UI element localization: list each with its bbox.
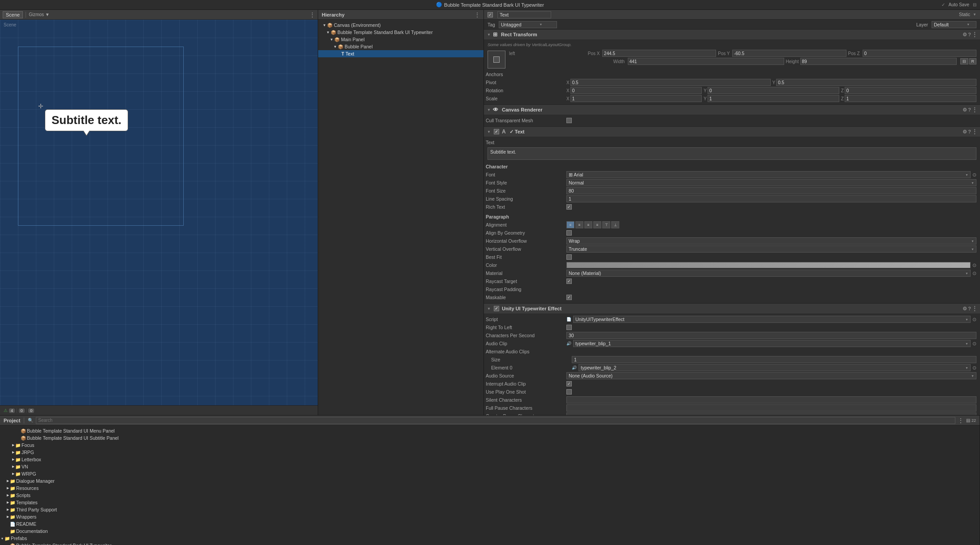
hierarchy-menu-btn[interactable]: ⋮ <box>475 12 480 18</box>
align-justify-icon[interactable]: ≡ <box>593 221 601 228</box>
align-center-icon[interactable]: ≡ <box>575 221 583 228</box>
text-menu-icon[interactable]: ⋮ <box>972 129 977 135</box>
rotation-y[interactable]: 0 <box>708 87 839 94</box>
line-spacing-field[interactable]: 1 <box>566 195 976 202</box>
tree-item-menu-panel[interactable]: 📦 Bubble Template Standard UI Menu Panel <box>0 427 980 434</box>
tree-item-letterbox[interactable]: ▶ 📁 Letterbox <box>0 456 980 463</box>
project-menu-btn[interactable]: ⋮ <box>958 417 963 424</box>
scale-y[interactable]: 1 <box>708 95 839 102</box>
pivot-y[interactable]: 0.5 <box>776 79 976 86</box>
tree-item-focus[interactable]: ▶ 📁 Focus <box>0 442 980 449</box>
silent-chars-field[interactable] <box>566 396 976 403</box>
best-fit-checkbox[interactable] <box>566 254 572 260</box>
tree-item-subtitle-panel[interactable]: 📦 Bubble Template Standard UI Subtitle P… <box>0 434 980 442</box>
color-picker-icon[interactable]: ⊙ <box>972 262 976 268</box>
rect-menu-icon[interactable]: ⋮ <box>972 31 977 38</box>
height-field[interactable]: 89 <box>800 58 957 65</box>
tree-item-third-party[interactable]: ▶ 📁 Third Party Support <box>0 506 980 513</box>
scene-tab[interactable]: Scene <box>3 11 23 18</box>
hierarchy-item-mainpanel[interactable]: ▼ 📦 Main Panel <box>318 36 484 43</box>
scene-menu-btn[interactable]: ⋮ <box>310 12 315 18</box>
text-content-area[interactable]: Subtitle text. <box>488 147 976 160</box>
script-picker-icon[interactable]: ⊙ <box>972 317 976 322</box>
align-middle-icon[interactable]: ⊥ <box>611 221 619 228</box>
align-by-geometry-checkbox[interactable] <box>566 230 572 236</box>
typewriter-header[interactable]: ▼ ✓ Unity UI Typewriter Effect ⚙ ? ⋮ <box>484 304 980 313</box>
canvas-renderer-header[interactable]: ▼ 👁 Canvas Renderer ⚙ ? ⋮ <box>484 105 980 115</box>
hierarchy-item-bubblepanel[interactable]: ▼ 📦 Bubble Panel <box>318 43 484 50</box>
font-picker-icon[interactable]: ⊙ <box>972 172 976 178</box>
audio-clip-picker-icon[interactable]: ⊙ <box>972 341 976 347</box>
pivot-x[interactable]: 0.5 <box>570 79 771 86</box>
tree-item-scripts[interactable]: ▶ 📁 Scripts <box>0 492 980 499</box>
tree-item-dialogue-manager[interactable]: ▶ 📁 Dialogue Manager <box>0 477 980 485</box>
align-left-icon[interactable]: ≡ <box>566 221 574 228</box>
posY-field[interactable]: -60.5 <box>732 50 846 57</box>
gizmo-options[interactable]: Gizmos ▼ <box>29 12 50 17</box>
r-btn[interactable]: R <box>969 58 977 64</box>
audio-source-field[interactable]: None (Audio Source) <box>566 372 976 379</box>
tree-item-wrpg[interactable]: ▶ 📁 WRPG <box>0 470 980 477</box>
tree-item-vn[interactable]: ▶ 📁 VN <box>0 463 980 470</box>
interrupt-audio-checkbox[interactable]: ✓ <box>566 381 572 386</box>
typewriter-settings-icon[interactable]: ⚙ <box>963 306 967 312</box>
alt-audio-size-field[interactable]: 1 <box>572 356 976 363</box>
rect-settings-icon[interactable]: ⚙ <box>963 32 967 38</box>
vertical-overflow-dropdown[interactable]: Truncate <box>566 245 976 253</box>
horizontal-overflow-dropdown[interactable]: Wrap <box>566 237 976 245</box>
layer-dropdown[interactable]: Default <box>932 21 976 28</box>
tree-item-documentation[interactable]: 📁 Documentation <box>0 528 980 535</box>
chars-per-second-field[interactable]: 30 <box>566 332 976 339</box>
raycast-target-checkbox[interactable]: ✓ <box>566 279 572 284</box>
maskable-checkbox[interactable]: ✓ <box>566 295 572 300</box>
typewriter-menu-icon[interactable]: ⋮ <box>972 305 977 312</box>
project-search-input[interactable] <box>36 417 955 424</box>
material-picker-icon[interactable]: ⊙ <box>972 270 976 276</box>
tree-item-templates[interactable]: ▶ 📁 Templates <box>0 499 980 506</box>
text-component-header[interactable]: ▼ ✓ A ✓ Text ⚙ ? ⋮ <box>484 127 980 137</box>
canvas-menu-icon[interactable]: ⋮ <box>972 107 977 113</box>
rotation-z[interactable]: 0 <box>845 87 976 94</box>
tree-item-resources[interactable]: ▶ 📁 Resources <box>0 485 980 492</box>
font-style-dropdown[interactable]: Normal <box>566 179 976 186</box>
hierarchy-item-typewriter[interactable]: ▼ 📦 Bubble Template Standard Bark UI Typ… <box>318 29 484 36</box>
rotation-x[interactable]: 0 <box>570 87 702 94</box>
rect-transform-icon[interactable] <box>488 51 505 69</box>
right-to-left-checkbox[interactable] <box>566 325 572 330</box>
audio-clip-field[interactable]: typewriter_blip_1 <box>573 340 971 347</box>
full-pause-chars-field[interactable] <box>566 404 976 412</box>
posZ-field[interactable]: 0 <box>863 50 976 57</box>
align-top-icon[interactable]: ⊤ <box>602 221 610 228</box>
text-enabled-checkbox[interactable]: ✓ <box>494 129 499 134</box>
hierarchy-item-text[interactable]: T Text <box>318 50 484 57</box>
tag-dropdown[interactable]: Untagged <box>499 21 557 28</box>
object-name-input[interactable] <box>497 11 551 18</box>
canvas-settings-icon[interactable]: ⚙ <box>963 107 967 113</box>
element0-field[interactable]: typewriter_blip_2 <box>579 364 971 371</box>
rect-question-icon[interactable]: ? <box>968 32 971 37</box>
static-dropdown[interactable]: ▼ <box>973 13 976 17</box>
font-field[interactable]: ⊞ Arial <box>566 171 971 178</box>
tree-item-wrappers[interactable]: ▶ 📁 Wrappers <box>0 513 980 520</box>
font-size-field[interactable]: 80 <box>566 187 976 194</box>
object-enabled-checkbox[interactable]: ✓ <box>488 12 493 17</box>
canvas-question-icon[interactable]: ? <box>968 107 971 112</box>
typewriter-question-icon[interactable]: ? <box>968 306 971 311</box>
tree-item-jrpg[interactable]: ▶ 📁 JRPG <box>0 449 980 456</box>
typewriter-enabled-checkbox[interactable]: ✓ <box>494 306 499 311</box>
posX-field[interactable]: 244.5 <box>602 50 716 57</box>
hierarchy-item-canvas[interactable]: ▼ 📦 Canvas (Environment) <box>318 21 484 29</box>
tree-item-typewriter-prefab[interactable]: 📦 Bubble Template Standard Bark UI Typew… <box>0 542 980 545</box>
blueprint-btn[interactable]: ⊟ <box>960 58 968 64</box>
scale-z[interactable]: 1 <box>845 95 976 102</box>
use-play-one-shot-checkbox[interactable] <box>566 389 572 395</box>
text-question-icon[interactable]: ? <box>968 129 971 134</box>
rich-text-checkbox[interactable]: ✓ <box>566 204 572 210</box>
width-field[interactable]: 441 <box>628 58 784 65</box>
align-right-icon[interactable]: ≡ <box>584 221 592 228</box>
element0-picker-icon[interactable]: ⊙ <box>972 365 976 371</box>
text-settings-icon[interactable]: ⚙ <box>963 129 967 135</box>
tree-item-prefabs[interactable]: ▼ 📁 Prefabs <box>0 535 980 542</box>
rect-transform-header[interactable]: ▼ ⊞ Rect Transform ⚙ ? ⋮ <box>484 30 980 39</box>
color-swatch[interactable] <box>566 262 971 268</box>
